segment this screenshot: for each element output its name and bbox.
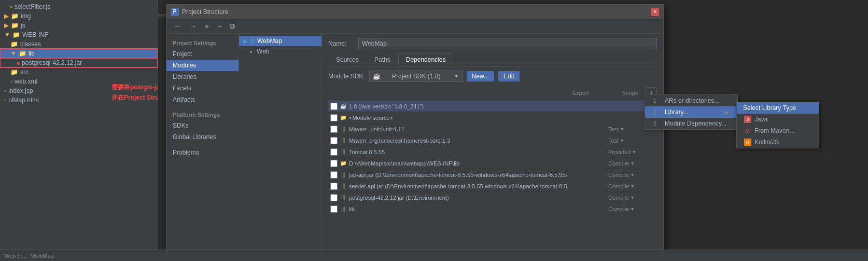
sidebar-divider bbox=[166, 105, 239, 109]
sidebar-item-global-libraries[interactable]: Global Libraries bbox=[166, 131, 239, 143]
bar-icon-jsp: ||| bbox=[340, 171, 347, 178]
tree-item-web[interactable]: ● Web bbox=[239, 46, 321, 57]
tree-item-js[interactable]: ▶ 📁 js bbox=[0, 21, 158, 30]
dep-name-postgresql: postgresql-42.2.12.jar (D:\Environment) bbox=[349, 195, 608, 201]
sidebar-item-facets[interactable]: Facets bbox=[166, 83, 239, 94]
tab-paths[interactable]: Paths bbox=[367, 53, 398, 66]
dep-row-hamcrest[interactable]: ||| Maven: org.hamcrest:hamcrest-core:1.… bbox=[328, 135, 657, 146]
dep-row-postgresql[interactable]: ||| postgresql-42.2.12.jar (D:\Environme… bbox=[328, 192, 657, 203]
sdk-dropdown[interactable]: ☕ Project SDK (1.8) ▼ bbox=[369, 71, 463, 82]
sidebar-item-problems[interactable]: Problems bbox=[166, 147, 239, 158]
bar-icon-postgresql: ||| bbox=[340, 194, 347, 201]
dialog-close-button[interactable]: ✕ bbox=[651, 8, 659, 16]
dep-checkbox-servlet-api[interactable] bbox=[330, 183, 338, 190]
scope-postgresql[interactable]: Compile ▼ bbox=[608, 195, 655, 201]
sidebar-item-libraries[interactable]: Libraries bbox=[166, 71, 239, 83]
select-library-type-submenu: Select Library Type J Java M From Maven.… bbox=[736, 102, 819, 148]
kotlin-icon: K bbox=[744, 139, 751, 146]
dep-name-junit: Maven: junit:junit:4.11 bbox=[349, 126, 608, 132]
scope-hamcrest[interactable]: Test ▼ bbox=[608, 138, 655, 144]
arrow-right-icon: ▶ bbox=[725, 109, 729, 115]
folder-icon: ▶ bbox=[4, 22, 9, 29]
dep-row-module-source[interactable]: 📁 <Module source> bbox=[328, 112, 657, 123]
tree-item-webmap[interactable]: ▶ ⊞ WebMap bbox=[239, 36, 321, 46]
dep-checkbox-hamcrest[interactable] bbox=[330, 137, 338, 144]
sidebar-item-artifacts[interactable]: Artifacts bbox=[166, 94, 239, 105]
sdk-value: Project SDK (1.8) bbox=[392, 73, 440, 80]
dialog-toolbar: ← → + − ⧉ bbox=[166, 19, 663, 34]
dep-name-webinf-lib: D:\xWebMap\src\main\webapp\WEB-INF\lib bbox=[349, 160, 608, 167]
tab-dependencies[interactable]: Dependencies bbox=[398, 53, 454, 66]
submenu-item-kotlin-js[interactable]: K Kotlin/JS bbox=[737, 136, 819, 148]
submenu-item-java[interactable]: J Java bbox=[737, 114, 819, 125]
dep-row-jsp-api[interactable]: ||| jsp-api.jar (D:\Environment\apache-t… bbox=[328, 169, 657, 181]
dep-checkbox-jdk[interactable] bbox=[330, 103, 338, 110]
chevron-down-icon: ▼ bbox=[4, 31, 10, 38]
remove-button[interactable]: − bbox=[214, 21, 225, 32]
tree-item-src[interactable]: 📁 src bbox=[0, 67, 158, 77]
dep-name-module-source: <Module source> bbox=[349, 115, 655, 121]
sidebar-divider2 bbox=[166, 143, 239, 147]
tree-item-img[interactable]: ▶ 📁 img bbox=[0, 11, 158, 21]
name-label: Name: bbox=[328, 40, 354, 47]
dep-checkbox-junit[interactable] bbox=[330, 126, 338, 133]
dialog-titlebar: P Project Structure ✕ bbox=[166, 5, 663, 19]
annotation-line2: 并在Project Structure的Modules中添加依赖 bbox=[111, 93, 158, 102]
tab-sources[interactable]: Sources bbox=[328, 53, 367, 66]
dep-checkbox-lib[interactable] bbox=[330, 205, 338, 213]
add-button[interactable]: + bbox=[202, 21, 212, 32]
dep-row-tomcat[interactable]: ||| Tomcat 8.5.55 Provided ▼ bbox=[328, 146, 657, 158]
jdk-icon: ☕ bbox=[340, 103, 347, 110]
scope-arrow-icon7: ▼ bbox=[630, 195, 635, 200]
name-input[interactable] bbox=[358, 38, 657, 49]
tree-item-label: classes bbox=[20, 40, 41, 48]
scope-lib[interactable]: Compile ▼ bbox=[608, 206, 655, 212]
scope-servlet-api[interactable]: Compile ▼ bbox=[608, 183, 655, 189]
scope-tomcat[interactable]: Provided ▼ bbox=[608, 149, 655, 155]
sidebar-item-modules[interactable]: Modules bbox=[166, 60, 239, 71]
sdk-row: Module SDK: ☕ Project SDK (1.8) ▼ New...… bbox=[328, 71, 657, 82]
dep-row-jdk[interactable]: ☕ 1.8 (java version "1.8.0_241") bbox=[328, 101, 657, 112]
dep-row-webinf-lib[interactable]: 📁 D:\xWebMap\src\main\webapp\WEB-INF\lib… bbox=[328, 158, 657, 169]
dep-row-lib[interactable]: ||| lib Compile ▼ bbox=[328, 203, 657, 215]
copy-button[interactable]: ⧉ bbox=[227, 21, 238, 32]
jar-icon: ■ bbox=[17, 60, 20, 66]
dep-checkbox-tomcat[interactable] bbox=[330, 148, 338, 156]
tree-item-classes[interactable]: 📁 classes bbox=[0, 39, 158, 49]
folder-icon-src: 📁 bbox=[10, 68, 18, 76]
sidebar-item-project[interactable]: Project bbox=[166, 48, 239, 60]
scope-webinf-lib[interactable]: Compile ▼ bbox=[608, 160, 655, 167]
dropdown-item-jars[interactable]: 1 ARs or directories... bbox=[645, 95, 737, 106]
dep-row-servlet-api[interactable]: ||| servlet-api.jar (D:\Environment\apac… bbox=[328, 181, 657, 192]
forward-button[interactable]: → bbox=[186, 21, 200, 32]
dep-name-tomcat: Tomcat 8.5.55 bbox=[349, 149, 608, 155]
dep-name-lib: lib bbox=[349, 206, 608, 212]
back-button[interactable]: ← bbox=[171, 21, 184, 32]
project-structure-dialog: P Project Structure ✕ ← → + − ⧉ Project … bbox=[166, 4, 664, 253]
dep-checkbox-postgresql[interactable] bbox=[330, 194, 338, 201]
dialog-body: Project Settings Project Modules Librari… bbox=[166, 34, 663, 253]
scope-jsp-api[interactable]: Compile ▼ bbox=[608, 172, 655, 178]
dep-checkbox-jsp-api[interactable] bbox=[330, 171, 338, 178]
new-button[interactable]: New... bbox=[467, 71, 494, 81]
bar-icon-servlet: ||| bbox=[340, 183, 347, 190]
scope-arrow-icon2: ▼ bbox=[620, 138, 624, 143]
tree-item-selectfilter[interactable]: ▪ selectFilter.js bbox=[0, 2, 158, 11]
submenu-item-from-maven[interactable]: M From Maven... bbox=[737, 125, 819, 136]
sdk-label: Module SDK: bbox=[328, 73, 365, 80]
submenu-label-java: Java bbox=[754, 116, 767, 123]
dropdown-item-library[interactable]: 2 Library... ▶ bbox=[645, 106, 737, 118]
dropdown-item-module-dep[interactable]: 3 Module Dependency... bbox=[645, 118, 737, 129]
tree-item-postgresql[interactable]: ■ postgresql-42.2.12.jar bbox=[0, 58, 158, 67]
tree-item-webinf[interactable]: ▼ 📁 WEB-INF bbox=[0, 30, 158, 39]
folder-icon-webinf-lib: 📁 bbox=[340, 160, 347, 167]
submenu-label-kotlin: Kotlin/JS bbox=[754, 139, 779, 146]
sidebar-item-sdks[interactable]: SDKs bbox=[166, 120, 239, 131]
edit-button[interactable]: Edit bbox=[498, 71, 520, 81]
add-dependency-dropdown: 1 ARs or directories... 2 Library... ▶ 3… bbox=[645, 94, 738, 130]
tree-item-lib[interactable]: ▼ 📁 lib bbox=[0, 49, 158, 58]
dep-checkbox-module-source[interactable] bbox=[330, 114, 338, 121]
dep-row-junit[interactable]: ||| Maven: junit:junit:4.11 Test ▼ bbox=[328, 123, 657, 135]
dep-checkbox-webinf-lib[interactable] bbox=[330, 160, 338, 167]
export-col-header: Export bbox=[572, 90, 589, 96]
